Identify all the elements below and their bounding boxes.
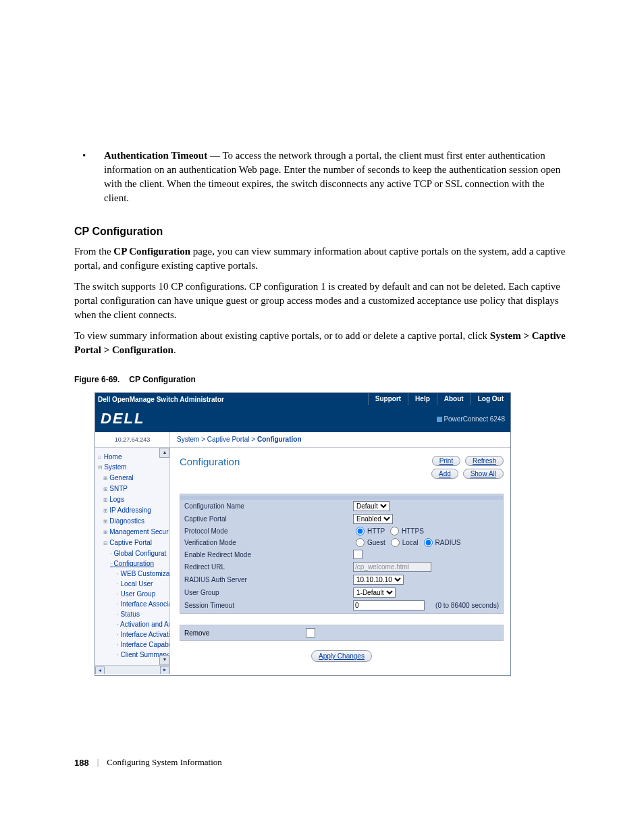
product-label: PowerConnect 6248 bbox=[437, 415, 505, 423]
paragraph: To view summary information about existi… bbox=[74, 329, 570, 357]
configname-label: Configuration Name bbox=[184, 502, 353, 510]
scroll-up-button[interactable]: ▴ bbox=[159, 448, 169, 458]
tree-captive-portal[interactable]: Captive Portal bbox=[98, 538, 169, 548]
page-title: Configuration bbox=[180, 456, 240, 467]
tree-local-user[interactable]: Local User bbox=[98, 579, 169, 589]
tree-mgmt[interactable]: Management Secur bbox=[98, 527, 169, 538]
tree-configuration[interactable]: Configuration bbox=[98, 558, 169, 569]
tree-act-auth[interactable]: Activation and Au bbox=[98, 619, 169, 629]
tree-web-custom[interactable]: WEB Customiza bbox=[98, 569, 169, 579]
redirecturl-input[interactable] bbox=[353, 562, 431, 572]
sessiontimeout-label: Session Timeout bbox=[184, 602, 353, 609]
tree-if-cap[interactable]: Interface Capabil bbox=[98, 640, 169, 650]
brand-bar: DELL PowerConnect 6248 bbox=[95, 405, 510, 432]
verif-local-radio[interactable]: Local bbox=[388, 538, 419, 547]
tree-status[interactable]: Status bbox=[98, 609, 169, 619]
bullet-item: • Authentication Timeout — To access the… bbox=[74, 149, 570, 205]
window-titlebar: Dell OpenManage Switch Administrator Sup… bbox=[95, 393, 510, 405]
sessiontimeout-hint: (0 to 86400 seconds) bbox=[435, 602, 499, 609]
tree-diag[interactable]: Diagnostics bbox=[98, 516, 169, 527]
about-link[interactable]: About bbox=[437, 393, 471, 405]
showall-button[interactable]: Show All bbox=[463, 469, 504, 479]
logout-link[interactable]: Log Out bbox=[471, 393, 510, 405]
tree-sntp[interactable]: SNTP bbox=[98, 484, 169, 494]
tree-if-assoc[interactable]: Interface Associa bbox=[98, 599, 169, 609]
app-title: Dell OpenManage Switch Administrator bbox=[95, 396, 368, 403]
captiveportal-select[interactable]: Enabled bbox=[353, 514, 393, 524]
dell-logo: DELL bbox=[101, 410, 144, 427]
redirectmode-checkbox[interactable] bbox=[353, 550, 363, 559]
scroll-down-button[interactable]: ▾ bbox=[159, 655, 169, 665]
footer-title: Configuring System Information bbox=[107, 757, 221, 768]
redirectmode-label: Enable Redirect Mode bbox=[184, 551, 353, 558]
configname-select[interactable]: Default bbox=[353, 501, 390, 511]
paragraph: The switch supports 10 CP configurations… bbox=[74, 280, 570, 322]
tree-if-act[interactable]: Interface Activatio bbox=[98, 629, 169, 640]
tree-user-group[interactable]: User Group bbox=[98, 589, 169, 599]
radiusauth-label: RADIUS Auth Server bbox=[184, 576, 353, 583]
sessiontimeout-input[interactable] bbox=[353, 600, 425, 610]
help-link[interactable]: Help bbox=[408, 393, 437, 405]
tree-ipaddr[interactable]: IP Addressing bbox=[98, 505, 169, 516]
apply-changes-button[interactable]: Apply Changes bbox=[311, 650, 372, 662]
section-heading: CP Configuration bbox=[74, 226, 570, 238]
content-panel: Configuration Print Refresh Add Show All bbox=[170, 448, 510, 675]
refresh-button[interactable]: Refresh bbox=[465, 456, 504, 466]
verif-radius-radio[interactable]: RADIUS bbox=[421, 538, 461, 547]
usergroup-select[interactable]: 1-Default bbox=[353, 588, 396, 598]
page-number: 188 bbox=[74, 758, 89, 768]
bullet-dot: • bbox=[74, 149, 104, 205]
tree-global-config[interactable]: Global Configurat bbox=[98, 548, 169, 558]
figure-caption: Figure 6-69.CP Configuration bbox=[74, 375, 570, 384]
nav-tree[interactable]: ▴ Home System General SNTP Logs IP Addre… bbox=[95, 448, 170, 674]
breadcrumb-row: 10.27.64.243 System > Captive Portal > C… bbox=[95, 432, 510, 448]
protocol-label: Protocol Mode bbox=[184, 527, 353, 535]
captiveportal-label: Captive Portal bbox=[184, 515, 353, 523]
h-scrollbar[interactable]: ◂▸ bbox=[95, 665, 169, 674]
tree-general[interactable]: General bbox=[98, 473, 169, 484]
screenshot: Dell OpenManage Switch Administrator Sup… bbox=[95, 392, 511, 676]
protocol-https-radio[interactable]: HTTPS bbox=[387, 527, 424, 536]
config-form: Configuration Name Default Captive Porta… bbox=[180, 494, 504, 614]
print-button[interactable]: Print bbox=[432, 456, 461, 466]
add-button[interactable]: Add bbox=[431, 469, 458, 479]
protocol-http-radio[interactable]: HTTP bbox=[353, 527, 385, 536]
tree-system[interactable]: System bbox=[98, 462, 169, 473]
verif-guest-radio[interactable]: Guest bbox=[353, 538, 385, 547]
usergroup-label: User Group bbox=[184, 589, 353, 596]
radiusauth-select[interactable]: 10.10.10.10 bbox=[353, 575, 404, 585]
ip-address: 10.27.64.243 bbox=[95, 432, 170, 447]
remove-checkbox[interactable] bbox=[306, 628, 315, 637]
paragraph: From the CP Configuration page, you can … bbox=[74, 244, 570, 273]
verification-label: Verification Mode bbox=[184, 539, 353, 546]
remove-label: Remove bbox=[184, 629, 306, 637]
support-link[interactable]: Support bbox=[368, 393, 408, 405]
redirecturl-label: Redirect URL bbox=[184, 563, 353, 571]
breadcrumb: System > Captive Portal > Configuration bbox=[170, 432, 510, 447]
page-footer: 188 | Configuring System Information bbox=[74, 757, 570, 768]
bullet-label: Authentication Timeout bbox=[104, 150, 207, 161]
remove-panel: Remove bbox=[180, 625, 504, 641]
tree-logs[interactable]: Logs bbox=[98, 494, 169, 505]
